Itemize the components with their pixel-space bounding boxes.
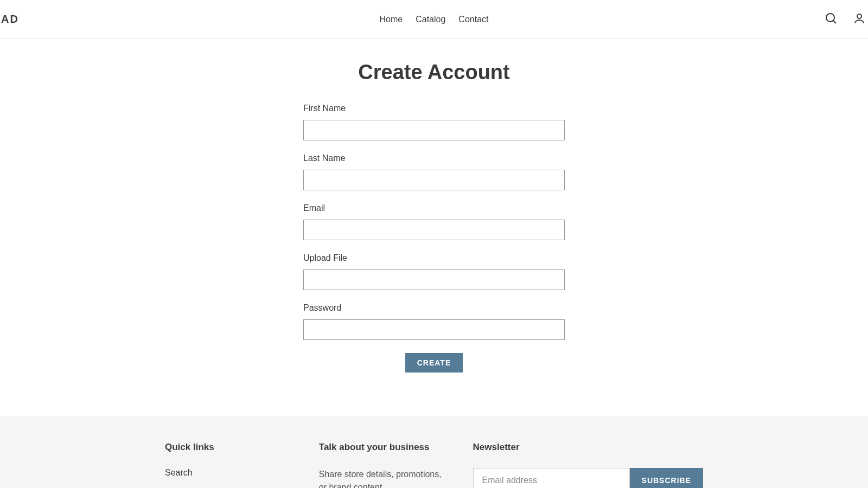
header-icons [822,10,868,29]
password-label: Password [303,303,565,313]
first-name-label: First Name [303,104,565,113]
quicklinks-heading: Quick links [165,442,293,453]
last-name-input[interactable] [303,170,565,190]
upload-file-input[interactable] [303,269,565,290]
search-icon [825,18,838,27]
page-title: Create Account [0,61,868,84]
main-content: Create Account First Name Last Name Emai… [0,39,868,416]
search-button[interactable] [822,10,840,29]
svg-point-0 [826,14,834,22]
password-group: Password [303,303,565,340]
svg-line-1 [833,21,836,23]
nav-home[interactable]: Home [380,15,403,24]
email-label: Email [303,203,565,213]
user-icon [853,18,866,27]
site-header: AD Home Catalog Contact [0,0,868,39]
upload-file-label: Upload File [303,253,565,263]
email-input[interactable] [303,220,565,240]
about-heading: Talk about your business [319,442,447,453]
nav-contact[interactable]: Contact [458,15,488,24]
footer-inner: Quick links Search Talk about your busin… [165,442,703,488]
email-group: Email [303,203,565,240]
newsletter-heading: Newsletter [473,442,703,453]
svg-point-2 [857,14,861,18]
footer-quicklinks: Quick links Search [165,442,293,488]
main-nav: Home Catalog Contact [380,15,489,24]
newsletter-form: SUBSCRIBE [473,468,703,488]
upload-file-group: Upload File [303,253,565,290]
last-name-group: Last Name [303,153,565,190]
nav-catalog[interactable]: Catalog [416,15,445,24]
password-input[interactable] [303,319,565,340]
create-button[interactable]: CREATE [405,353,463,373]
subscribe-button[interactable]: SUBSCRIBE [630,468,703,488]
site-footer: Quick links Search Talk about your busin… [0,416,868,488]
site-logo[interactable]: AD [0,13,19,25]
first-name-input[interactable] [303,120,565,140]
create-account-form: First Name Last Name Email Upload File P… [303,104,565,373]
first-name-group: First Name [303,104,565,140]
footer-about: Talk about your business Share store det… [319,442,447,488]
about-text: Share store details, promotions, or bran… [319,468,447,488]
last-name-label: Last Name [303,153,565,163]
footer-search-link[interactable]: Search [165,468,293,478]
footer-newsletter: Newsletter SUBSCRIBE [473,442,703,488]
newsletter-email-input[interactable] [473,468,630,488]
account-button[interactable] [851,10,868,29]
